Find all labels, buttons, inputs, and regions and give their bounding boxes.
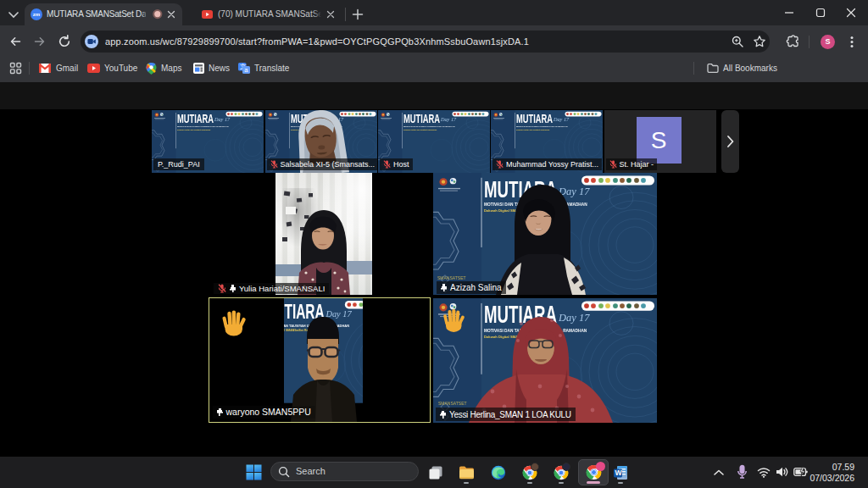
svg-text:W: W (615, 469, 623, 477)
